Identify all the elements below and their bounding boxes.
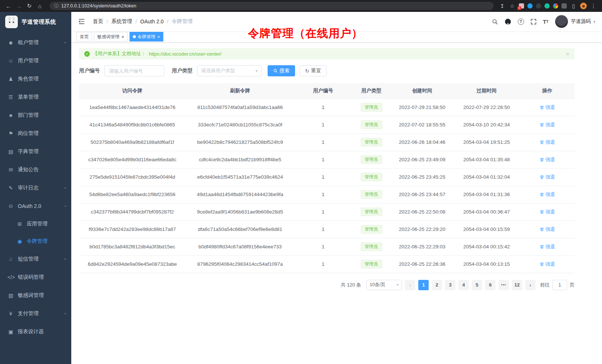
extensions-puzzle-icon[interactable]	[562, 3, 567, 9]
address-bar[interactable]: ⓘ 127.0.0.1:1024/system/oauth2/token	[50, 2, 494, 10]
kick-out-button[interactable]: 强退	[540, 156, 555, 163]
bookmark-star-icon[interactable]: ☆	[509, 3, 516, 9]
user-type-label: 用户类型	[172, 67, 193, 74]
user-type-cell: 管理员	[351, 255, 391, 273]
sidebar-item-app[interactable]: ⊞ 应用管理	[0, 215, 71, 232]
reset-button[interactable]: ↻ 重置	[300, 65, 327, 76]
fullscreen-icon[interactable]	[530, 19, 537, 25]
created-time-cell: 2022-07-02 18:55:55	[391, 116, 453, 133]
page-button[interactable]: 3	[445, 280, 455, 290]
sidebar-item-post[interactable]: ⚑ 岗位管理	[0, 124, 71, 142]
user-type-badge: 管理员	[361, 190, 382, 199]
browser-reload-icon[interactable]: ↻	[24, 1, 34, 11]
page-button[interactable]: 4	[458, 280, 469, 290]
alert-close-icon[interactable]: ×	[566, 51, 569, 57]
chevron-icon: ›	[63, 42, 68, 43]
breadcrumb-item[interactable]: 首页	[93, 18, 103, 25]
browser-back-icon[interactable]: ←	[4, 1, 13, 11]
tab[interactable]: 敏感词管理 ×	[94, 32, 128, 42]
doc-link[interactable]: https://doc.iocoder.cn/user-center/	[149, 51, 222, 57]
breadcrumb-item[interactable]: OAuth 2.0	[140, 19, 164, 24]
sensitive-icon: ▥	[7, 292, 14, 298]
sidebar-item-sensitive[interactable]: ▥ 敏感词管理	[0, 286, 71, 304]
expire-time-cell: 2054-03-04 00:36:47	[453, 203, 520, 221]
page-size-select[interactable]: 10条/页 ▾	[366, 280, 402, 290]
user-id-input[interactable]	[104, 65, 164, 76]
tab-close-icon[interactable]: ×	[157, 34, 160, 39]
sidebar-item-token[interactable]: ◉ 令牌管理	[0, 232, 71, 250]
page-button[interactable]: 5	[472, 280, 482, 290]
browser-forward-icon[interactable]: →	[14, 1, 24, 11]
refresh-token-cell: e6cfd40eb1f54571a31e775e039c4624	[186, 168, 295, 186]
sidebar-item-report[interactable]: ▣ 报表设计器	[0, 322, 71, 341]
extension-icon-1[interactable]: 0	[519, 3, 524, 9]
kick-out-button[interactable]: 强退	[540, 104, 555, 111]
trash-icon	[540, 158, 544, 162]
sidebar-item-log[interactable]: ✎ 审计日志 ›	[0, 179, 71, 197]
log-icon: ✎	[7, 185, 14, 191]
sidebar-item-errcode[interactable]: </> 错误码管理	[0, 268, 71, 286]
help-icon[interactable]: ?	[518, 19, 524, 25]
kick-out-button[interactable]: 强退	[540, 261, 555, 268]
app-logo[interactable]: 芋道管理系统	[0, 12, 71, 32]
kick-out-button[interactable]: 强退	[540, 174, 555, 181]
sidebar-item-pay[interactable]: ¥ 支付管理 ›	[0, 304, 71, 322]
goto-page-input[interactable]	[552, 280, 567, 290]
kick-out-button[interactable]: 强退	[540, 226, 555, 233]
user-id-cell: 1	[295, 99, 352, 116]
sidebar-item-user[interactable]: ☺ 用户管理	[0, 52, 71, 70]
page-button[interactable]: 1	[418, 280, 429, 290]
tab[interactable]: 首页	[76, 32, 92, 42]
search-button[interactable]: 搜索	[268, 65, 295, 76]
kick-out-button[interactable]: 强退	[540, 191, 555, 198]
sidebar-item-role[interactable]: ♟ 角色管理	[0, 70, 71, 88]
tab-close-icon[interactable]: ×	[121, 34, 124, 39]
kick-out-button[interactable]: 强退	[540, 209, 555, 215]
sidebar-toggle-hamburger-icon[interactable]	[78, 17, 86, 26]
sidebar-item-menu[interactable]: ☰ 菜单管理	[0, 88, 71, 106]
page-button[interactable]: 12	[512, 280, 522, 290]
font-size-icon[interactable]: TT	[543, 19, 549, 25]
user-type-cell: 管理员	[351, 168, 391, 186]
kick-out-button[interactable]: 强退	[540, 244, 555, 250]
page-button[interactable]: 2	[432, 280, 442, 290]
breadcrumb-item[interactable]: 系统管理	[111, 18, 132, 25]
user-type-select[interactable]: 请选择用户类型 ▾	[197, 65, 262, 76]
kick-out-button[interactable]: 强退	[540, 139, 555, 146]
created-time-cell: 2022-06-25 22:26:36	[391, 255, 453, 273]
page-more-button[interactable]: •••	[498, 280, 509, 290]
sidebar-item-notice[interactable]: ✉ 通知公告	[0, 161, 71, 179]
user-id-label: 用户编号	[79, 67, 100, 74]
next-page-icon[interactable]: ›	[525, 280, 536, 290]
user-menu[interactable]: 芋道源码 ▾	[555, 15, 595, 28]
github-icon[interactable]	[504, 18, 511, 25]
sidebar-item-sms[interactable]: ♤ 短信管理 ›	[0, 250, 71, 268]
trash-icon	[540, 140, 544, 145]
table-row: 502375b8040a469a9b82188afdf6af1f be90422…	[79, 133, 575, 151]
browser-profile-avatar[interactable]: ☻	[580, 3, 587, 9]
chevron-icon: ›	[63, 313, 68, 314]
breadcrumb-item: 令牌管理	[172, 18, 193, 25]
page-size-value: 10条/页	[370, 282, 385, 288]
sidebar-item-tenant[interactable]: ☻ 租户管理 ›	[0, 33, 71, 52]
extension-icon-3[interactable]	[536, 3, 541, 9]
sidebar-item-oauth[interactable]: ⊙ OAuth 2.0 ›	[0, 197, 71, 215]
sidebar-item-dept[interactable]: ♣ 部门管理	[0, 106, 71, 124]
site-info-icon[interactable]: ⓘ	[54, 3, 59, 9]
browser-home-icon[interactable]: ⌂	[35, 1, 45, 11]
extension-icon-2[interactable]	[527, 3, 533, 9]
side-panel-icon[interactable]: ▯	[570, 3, 577, 9]
extension-icon-4[interactable]	[544, 3, 550, 9]
kick-out-button[interactable]: 强退	[540, 122, 555, 128]
sidebar-item-dict[interactable]: ▤ 字典管理	[0, 142, 71, 161]
access-token-cell: 6d842e2924594de9a09e45e087323abe	[79, 255, 186, 273]
page-button[interactable]: 6	[485, 280, 495, 290]
browser-menu-kebab-icon[interactable]: ⋮	[590, 3, 597, 9]
search-icon[interactable]	[492, 19, 498, 25]
share-icon[interactable]: ↥	[499, 3, 506, 9]
page-content: ✓ 【用户体系】文档地址： https://doc.iocoder.cn/use…	[71, 43, 602, 290]
column-header: 用户类型	[351, 83, 391, 99]
prev-page-icon[interactable]: ‹	[405, 280, 415, 290]
tab[interactable]: 令牌管理 ×	[130, 32, 164, 42]
extension-icon-5[interactable]	[553, 3, 558, 9]
